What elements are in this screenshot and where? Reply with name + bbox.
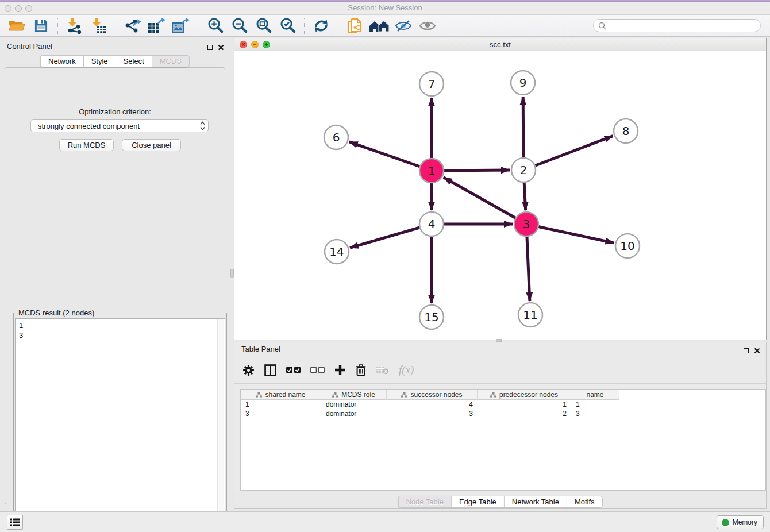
tab-style[interactable]: Style <box>84 56 116 67</box>
sort-tree-icon <box>256 392 262 398</box>
criterion-select[interactable]: strongly connected component <box>30 119 209 132</box>
trash-icon <box>356 364 366 376</box>
cell-name[interactable]: 1 <box>571 400 619 409</box>
zoom-fit-button[interactable] <box>253 16 274 36</box>
graph-node-2[interactable]: 2 <box>511 158 536 182</box>
cell-mcds_role[interactable]: dominator <box>321 400 387 409</box>
close-panel-icon[interactable] <box>218 44 224 51</box>
cell-shared_name[interactable]: 1 <box>241 400 321 409</box>
tab-motifs[interactable]: Motifs <box>567 496 602 507</box>
graph-node-15[interactable]: 15 <box>419 305 444 329</box>
cell-shared_name[interactable]: 3 <box>241 409 321 418</box>
svg-text:15: 15 <box>424 310 438 324</box>
graph-node-1[interactable]: 1 <box>419 159 444 183</box>
cell-successor_nodes[interactable]: 4 <box>387 400 478 409</box>
show-columns-button[interactable] <box>264 364 276 376</box>
save-session-button[interactable] <box>30 16 51 36</box>
status-bar: Memory <box>0 511 770 532</box>
graph-node-4[interactable]: 4 <box>419 212 444 236</box>
float-table-panel-icon[interactable] <box>744 345 749 356</box>
tab-network[interactable]: Network <box>41 56 84 67</box>
svg-text:9: 9 <box>519 76 527 90</box>
tab-mcds[interactable]: MCDS <box>152 56 189 67</box>
close-table-panel-icon[interactable] <box>754 348 760 354</box>
export-network-button[interactable] <box>122 16 143 36</box>
column-header-name[interactable]: name <box>571 390 619 400</box>
plus-icon <box>334 364 346 376</box>
graph-node-6[interactable]: 6 <box>324 125 348 149</box>
checked-boxes-icon <box>286 367 301 373</box>
mcds-result-area[interactable]: 1 3 <box>15 318 225 526</box>
graph-node-14[interactable]: 14 <box>325 240 349 264</box>
network-window-titlebar[interactable]: × − + scc.txt <box>234 38 766 51</box>
column-header-predecessor-nodes[interactable]: predecessor nodes <box>478 390 571 400</box>
open-folder-icon <box>8 18 25 33</box>
table-row[interactable]: 1dominator411 <box>241 400 765 409</box>
cell-successor_nodes[interactable]: 3 <box>387 409 478 418</box>
export-table-icon <box>148 18 166 34</box>
eye-icon <box>419 20 436 32</box>
cell-predecessor_nodes[interactable]: 2 <box>478 409 571 418</box>
graph-node-8[interactable]: 8 <box>614 119 638 143</box>
memory-button[interactable]: Memory <box>717 515 764 529</box>
graph-node-3[interactable]: 3 <box>514 212 538 236</box>
table-settings-button[interactable] <box>242 364 255 376</box>
tab-select[interactable]: Select <box>116 56 152 67</box>
show-all-button[interactable] <box>417 16 438 36</box>
export-table-button[interactable] <box>147 16 167 36</box>
tab-network-table[interactable]: Network Table <box>505 496 567 507</box>
zoom-fit-icon <box>255 17 272 34</box>
delete-column-button[interactable] <box>356 364 366 376</box>
export-image-button[interactable] <box>171 16 191 36</box>
column-header-mcds-role[interactable]: MCDS role <box>321 390 387 400</box>
hide-selected-button[interactable] <box>393 16 414 36</box>
network-window: × − + scc.txt 1234678910111415 <box>234 38 767 340</box>
svg-text:8: 8 <box>622 124 630 138</box>
zoom-out-button[interactable] <box>229 16 249 36</box>
tab-node-table[interactable]: Node Table <box>398 496 452 507</box>
open-session-button[interactable] <box>6 16 27 36</box>
select-all-columns-button[interactable] <box>286 367 301 373</box>
tab-edge-table[interactable]: Edge Table <box>452 496 505 507</box>
column-header-successor-nodes[interactable]: successor nodes <box>387 390 478 400</box>
import-network-button[interactable] <box>64 16 85 36</box>
cell-mcds_role[interactable]: dominator <box>321 409 387 418</box>
graph-node-10[interactable]: 10 <box>615 234 640 258</box>
search-box[interactable] <box>593 19 761 32</box>
toolbar-separator <box>304 18 305 34</box>
run-mcds-button[interactable]: Run MCDS <box>59 139 114 151</box>
toolbar-divider <box>234 383 766 384</box>
network-canvas[interactable]: 1234678910111415 <box>234 51 766 340</box>
column-header-shared-name[interactable]: shared name <box>241 390 321 400</box>
refresh-view-button[interactable] <box>311 16 332 36</box>
cell-predecessor_nodes[interactable]: 1 <box>478 400 571 409</box>
search-input[interactable] <box>609 22 756 30</box>
graph-edge-1-6[interactable] <box>349 142 432 171</box>
zoom-in-button[interactable] <box>205 16 225 36</box>
home-networks-button[interactable] <box>369 16 390 36</box>
import-table-button[interactable] <box>88 16 109 36</box>
graph-node-11[interactable]: 11 <box>518 303 542 327</box>
task-history-button[interactable] <box>7 515 23 530</box>
svg-text:10: 10 <box>620 239 634 253</box>
deselect-all-columns-button[interactable] <box>310 367 325 373</box>
close-panel-button[interactable]: Close panel <box>122 139 181 151</box>
toolbar-separator <box>338 18 338 34</box>
mcds-result-text: 1 3 <box>19 321 215 340</box>
create-column-button[interactable] <box>334 364 346 376</box>
clone-network-button[interactable] <box>345 16 365 36</box>
zoom-selected-button[interactable] <box>277 16 298 36</box>
float-panel-icon[interactable] <box>207 42 213 52</box>
zoom-in-icon <box>207 17 224 34</box>
result-scrollbar[interactable] <box>217 319 224 525</box>
graph-edge-2-8[interactable] <box>523 136 613 170</box>
cell-name[interactable]: 3 <box>571 409 619 418</box>
table-row[interactable]: 3dominator323 <box>241 409 765 418</box>
control-panel-tabs: NetworkStyleSelectMCDS <box>40 55 190 67</box>
svg-text:7: 7 <box>428 77 436 91</box>
graph-edge-3-10[interactable] <box>526 224 614 243</box>
window-title: Session: New Session <box>0 3 770 12</box>
graph-node-9[interactable]: 9 <box>511 71 535 95</box>
graph-edge-3-1[interactable] <box>444 178 526 224</box>
graph-node-7[interactable]: 7 <box>419 72 444 96</box>
